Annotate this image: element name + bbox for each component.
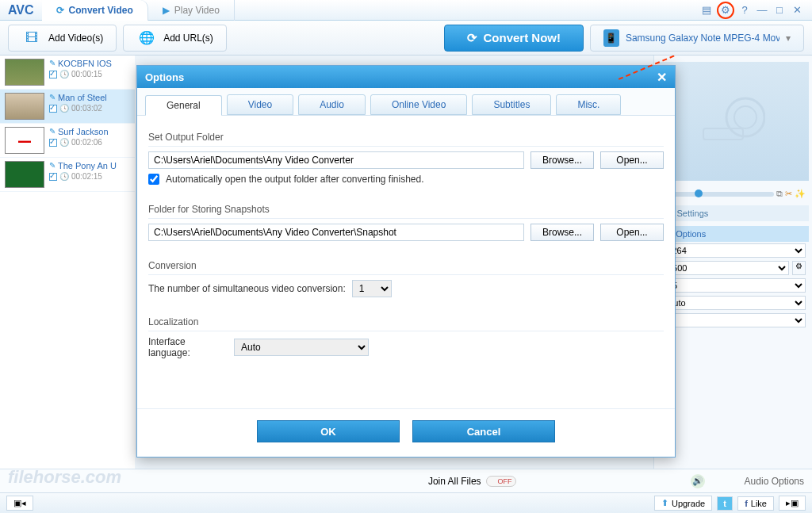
settings-gear-icon[interactable]: ⚙ [717,2,734,19]
add-urls-button[interactable]: 🌐 Add URL(s) [123,25,227,52]
video-title: The Pony An U [58,161,117,170]
cut-icon[interactable]: ✂ [785,189,792,199]
simultaneous-label: The number of simultaneous video convers… [148,283,346,294]
options-tab-subtitles[interactable]: Subtitles [472,94,551,115]
panel-toggle-right[interactable]: ▸▣ [779,496,806,511]
localization-label: Localization [148,316,664,331]
video-title: Surf Jackson [58,127,109,136]
video-duration: 00:03:02 [71,104,102,113]
output-profile-dropdown[interactable]: 📱 Samsung Galaxy Note MPEG-4 Movie... ▾ [590,25,804,52]
pencil-icon[interactable]: ✎ [49,161,56,170]
options-tab-audio[interactable]: Audio [298,94,366,115]
maximize-icon[interactable]: □ [772,3,787,17]
device-icon: 📱 [603,29,619,47]
wand-icon[interactable]: ✨ [795,189,806,199]
checkbox-icon[interactable] [49,173,57,181]
output-open-button[interactable]: Open... [600,151,664,169]
pencil-icon[interactable]: ✎ [49,93,56,102]
facebook-like-button[interactable]: fLike [737,496,774,511]
options-tab-online[interactable]: Online Video [370,94,468,115]
tab-play-label: Play Video [174,5,220,16]
pencil-icon[interactable]: ✎ [49,59,56,68]
video-codec-select[interactable]: x264 [661,243,806,258]
options-tab-misc[interactable]: Misc. [556,94,621,115]
film-plus-icon: 🎞 [21,28,42,48]
conversion-label: Conversion [148,260,664,275]
upload-icon: ⬆ [661,498,668,508]
gear-icon[interactable]: ⚙ [792,261,806,275]
options-dialog: Options ✕ General Video Audio Online Vid… [136,65,676,457]
trim-slider[interactable] [661,192,774,197]
video-duration: 00:02:06 [71,138,102,147]
video-list: ✎KOCBFN IOS 🕓00:00:15 ✎Man of Steel 🕓00:… [0,56,135,484]
video-item[interactable]: ▬▬ ✎Surf Jackson 🕓00:02:06 [0,124,135,158]
tab-convert-label: Convert Video [69,5,133,16]
thumbnail [5,93,44,120]
panel-toggle-left[interactable]: ▣◂ [6,496,33,511]
chevron-down-icon: ▾ [786,33,791,44]
auto-open-checkbox[interactable] [148,174,159,185]
play-icon: ▶ [163,5,170,16]
svg-point-0 [726,98,764,136]
video-item[interactable]: ✎The Pony An U 🕓00:02:15 [0,158,135,192]
language-select[interactable]: Auto [234,339,369,356]
crop-icon[interactable]: ⧉ [776,189,783,199]
help-icon[interactable]: ? [737,3,752,17]
thumbnail [5,161,44,188]
ok-button[interactable]: OK [257,420,400,442]
checkbox-icon[interactable] [49,71,57,78]
video-duration: 00:00:15 [71,70,102,78]
clock-icon: 🕓 [59,138,69,147]
options-tab-general[interactable]: General [145,95,222,116]
checkbox-icon[interactable] [49,105,57,113]
simultaneous-select[interactable]: 1 [352,280,392,297]
join-all-toggle[interactable]: OFF [486,476,516,487]
checkbox-icon[interactable] [49,139,57,147]
snapshot-open-button[interactable]: Open... [600,224,664,241]
audio-options-label[interactable]: Audio Options [745,476,804,487]
clock-icon: 🕓 [59,104,69,113]
tab-play-video[interactable]: ▶ Play Video [148,0,235,21]
clock-icon: 🕓 [59,172,69,181]
video-options-header[interactable]: eo Options [657,226,809,242]
add-videos-button[interactable]: 🎞 Add Video(s) [8,25,117,52]
list-icon[interactable]: ▤ [699,3,714,17]
add-videos-label: Add Video(s) [48,33,103,44]
video-pass-select[interactable]: 1 [661,313,806,327]
speaker-icon[interactable]: 🔊 [691,474,705,488]
svg-point-1 [734,106,756,128]
app-logo: AVC [0,3,42,17]
refresh-icon: ⟳ [467,31,477,45]
video-size-select[interactable]: Auto [661,296,806,310]
language-label: Interface language: [148,336,228,358]
video-item[interactable]: ✎KOCBFN IOS 🕓00:00:15 [0,56,135,90]
snapshot-browse-button[interactable]: Browse... [530,224,594,241]
tab-convert-video[interactable]: ⟳ Convert Video [42,0,148,21]
video-item[interactable]: ✎Man of Steel 🕓00:03:02 [0,90,135,124]
minimize-icon[interactable]: — [755,3,769,17]
video-bitrate-select[interactable]: 2500 [661,261,789,275]
upgrade-button[interactable]: ⬆Upgrade [654,496,712,511]
close-icon[interactable]: ✕ [790,3,804,17]
video-title: Man of Steel [58,93,107,102]
convert-now-label: Convert Now! [484,31,561,44]
options-tab-video[interactable]: Video [227,94,293,115]
snapshot-folder-label: Folder for Storing Snapshots [148,204,664,219]
dialog-title: Options [145,71,184,83]
dialog-close-icon[interactable]: ✕ [657,70,667,85]
join-all-label: Join All Files [428,476,481,487]
output-folder-label: Set Output Folder [148,132,664,147]
watermark: filehorse.com [8,467,121,488]
cancel-button[interactable]: Cancel [412,420,555,442]
output-folder-input[interactable] [148,151,524,169]
twitter-button[interactable]: t [717,496,733,511]
basic-settings-header[interactable]: sic Settings [657,205,809,221]
auto-open-label: Automatically open the output folder aft… [166,174,424,185]
output-browse-button[interactable]: Browse... [530,151,594,169]
video-fps-select[interactable]: 25 [661,278,806,293]
video-duration: 00:02:15 [71,172,102,181]
preview-pane [657,62,809,181]
pencil-icon[interactable]: ✎ [49,127,56,136]
convert-now-button[interactable]: ⟳ Convert Now! [444,25,584,52]
snapshot-folder-input[interactable] [148,224,524,241]
